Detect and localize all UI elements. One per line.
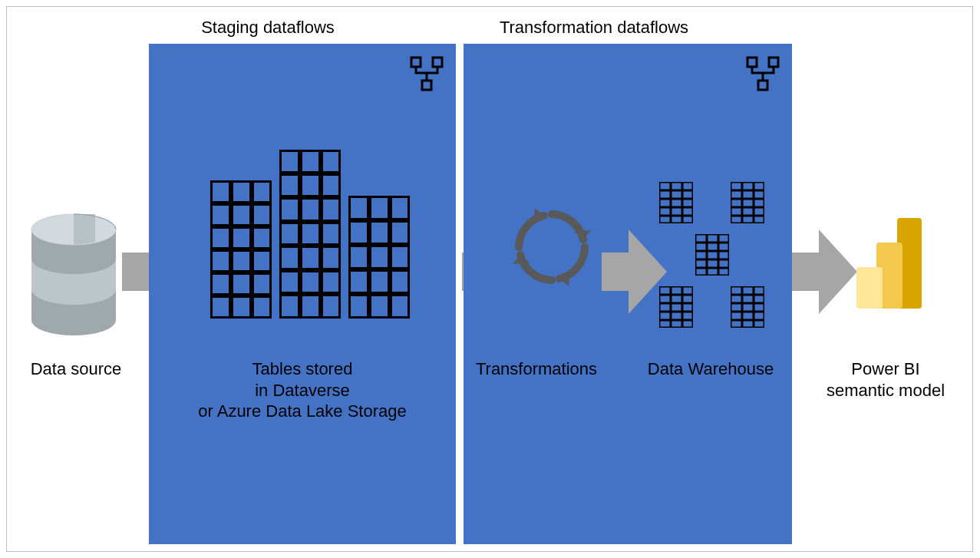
svg-rect-45 bbox=[731, 182, 764, 223]
arrow-icon bbox=[788, 222, 861, 322]
diagram-canvas: Staging dataflows Transformation dataflo… bbox=[6, 6, 973, 552]
label-tables-stored: Tables stored in Dataverse or Azure Data… bbox=[157, 358, 448, 422]
label-powerbi-model: Power BI semantic model bbox=[813, 358, 959, 401]
staging-panel bbox=[149, 44, 456, 544]
svg-rect-35 bbox=[758, 81, 767, 90]
database-icon bbox=[30, 213, 118, 339]
tables-icon bbox=[210, 180, 272, 319]
svg-rect-37 bbox=[769, 58, 778, 67]
svg-rect-28 bbox=[348, 196, 410, 319]
cycle-arrows-icon bbox=[510, 205, 594, 289]
svg-rect-38 bbox=[659, 182, 693, 223]
small-table-icon bbox=[731, 286, 764, 328]
svg-rect-52 bbox=[695, 234, 729, 276]
tables-icon bbox=[348, 196, 410, 319]
svg-rect-66 bbox=[731, 286, 764, 328]
label-transformations: Transformations bbox=[467, 358, 605, 380]
title-transformation-dataflows: Transformation dataflows bbox=[487, 18, 701, 38]
svg-rect-75 bbox=[856, 267, 883, 309]
arrow-icon bbox=[598, 222, 671, 322]
small-table-icon bbox=[659, 182, 693, 223]
dataflow-icon bbox=[404, 53, 447, 96]
svg-rect-9 bbox=[411, 58, 421, 67]
powerbi-icon bbox=[855, 218, 924, 310]
svg-rect-8 bbox=[422, 81, 431, 90]
small-table-icon bbox=[731, 182, 764, 223]
small-table-icon bbox=[695, 234, 729, 276]
label-data-source: Data source bbox=[22, 358, 130, 380]
title-staging-dataflows: Staging dataflows bbox=[191, 18, 345, 38]
label-data-warehouse: Data Warehouse bbox=[638, 358, 784, 380]
svg-rect-10 bbox=[433, 58, 442, 67]
svg-rect-36 bbox=[747, 58, 757, 67]
dataflow-icon bbox=[740, 53, 783, 96]
tables-icon bbox=[279, 150, 341, 319]
